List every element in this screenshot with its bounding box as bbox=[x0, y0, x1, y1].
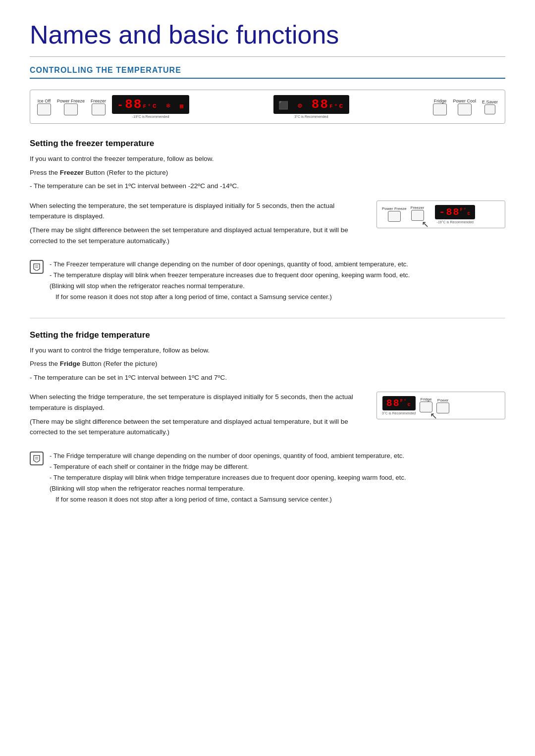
fridge-display-mini-col: 88F°c 3°C is Recommended bbox=[382, 396, 416, 415]
cursor-icon: ↖ bbox=[422, 219, 429, 230]
freezer-temp-detail: When selecting the temperature, the set … bbox=[30, 201, 505, 249]
freezer-when-text-group: When selecting the temperature, the set … bbox=[30, 201, 362, 249]
ice-off-button bbox=[37, 103, 51, 115]
mini-power-freeze-col: Power Freeze bbox=[382, 206, 407, 222]
fridge-display: ⬛ ⊙ 88F °c bbox=[273, 95, 349, 114]
section-divider bbox=[30, 318, 505, 318]
fridge-note-line-5: If for some reason it does not stop afte… bbox=[50, 494, 332, 505]
fridge-mini-panel-image: 88F°c 3°C is Recommended Fridge ↖ Power bbox=[376, 392, 505, 440]
mini-fridge-label: Fridge bbox=[421, 397, 432, 402]
freezer-intro: If you want to control the freezer tempe… bbox=[30, 153, 505, 164]
freezer-mini-panel: Power Freeze Freezer ↖ -88F°c -19°C is R… bbox=[376, 201, 505, 228]
fridge-button bbox=[433, 103, 447, 115]
fridge-label: Fridge bbox=[434, 99, 447, 103]
fridge-rec-text: 3°C is Recommended bbox=[294, 115, 328, 118]
mini-freezer-col: Freezer ↖ bbox=[411, 205, 425, 223]
fridge-mini-display: 88F°c bbox=[382, 396, 416, 410]
power-cool-group: Power Cool bbox=[453, 99, 476, 115]
freezer-label: Freezer bbox=[91, 99, 106, 103]
fridge-note-line-2: - Temperature of each shelf or container… bbox=[50, 463, 249, 470]
e-saver-button bbox=[484, 104, 495, 114]
freezer-note-content: - The Freezer temperature will change de… bbox=[50, 259, 410, 302]
mini-display-col: -88F°c -19°C is Recommended bbox=[435, 205, 475, 224]
note-icon bbox=[30, 260, 44, 274]
mini-power-col: Power bbox=[436, 398, 449, 413]
fridge-intro: If you want to control the fridge temper… bbox=[30, 345, 505, 356]
freezer-press: Press the Freezer Button (Refer to the p… bbox=[30, 167, 505, 178]
fridge-note-line-4: (Blinking will stop when the refrigerato… bbox=[50, 485, 245, 492]
mini-freezer-display: -88F°c bbox=[435, 205, 475, 219]
mini-power-freeze-btn bbox=[388, 211, 401, 222]
freezer-display-group: -88F °c ❄ ▦ -19°C is Recommended bbox=[112, 95, 189, 118]
fridge-paren: (There may be slight difference between … bbox=[30, 416, 362, 438]
freezer-mini-panel-image: Power Freeze Freezer ↖ -88F°c -19°C is R… bbox=[376, 201, 505, 249]
power-cool-button bbox=[458, 103, 472, 115]
freezer-paren: (There may be slight difference between … bbox=[30, 225, 362, 246]
fridge-mini-panel: 88F°c 3°C is Recommended Fridge ↖ Power bbox=[376, 392, 505, 419]
fridge-note-icon bbox=[30, 452, 44, 465]
freezer-note-line-2: - The temperature display will blink whe… bbox=[50, 271, 410, 279]
freezer-section-title: Setting the freezer temperature bbox=[30, 139, 505, 149]
mini-power-label: Power bbox=[437, 398, 449, 403]
section-title: CONTROLLING THE TEMPERATURE bbox=[30, 66, 505, 79]
freezer-button bbox=[92, 103, 106, 115]
mini-freezer-btn-cursor: ↖ bbox=[411, 210, 424, 223]
fridge-cursor-icon: ↖ bbox=[430, 410, 437, 421]
mini-power-freeze-label: Power Freeze bbox=[382, 206, 407, 211]
ice-off-label: Ice Off bbox=[38, 99, 51, 103]
fridge-display-group: ⬛ ⊙ 88F °c 3°C is Recommended bbox=[273, 95, 349, 118]
power-cool-label: Power Cool bbox=[453, 99, 476, 103]
e-saver-group: E.Saver bbox=[482, 100, 498, 114]
power-freeze-button bbox=[64, 103, 78, 115]
mini-rec-text: -19°C is Recommended bbox=[437, 220, 474, 224]
fridge-group: Fridge bbox=[433, 99, 447, 115]
freezer-rec-text: -19°C is Recommended bbox=[132, 115, 169, 118]
freezer-note-line-3: (Blinking will stop when the refrigerato… bbox=[50, 282, 245, 290]
fridge-note-content: - The Fridge temperature will change dep… bbox=[50, 451, 406, 505]
fridge-mini-rec-text: 3°C is Recommended bbox=[382, 411, 416, 415]
fridge-range: - The temperature can be set in 1ºC inte… bbox=[30, 372, 505, 383]
freezer-note-line-4: If for some reason it does not stop afte… bbox=[50, 292, 332, 302]
fridge-note-line-1: - The Fridge temperature will change dep… bbox=[50, 452, 404, 459]
freezer-group: Freezer bbox=[91, 99, 106, 115]
freezer-range: - The temperature can be set in 1ºC inte… bbox=[30, 181, 505, 192]
freezer-note-line-1: - The Freezer temperature will change de… bbox=[50, 260, 408, 268]
ice-off-group: Ice Off bbox=[37, 99, 51, 115]
mini-power-btn bbox=[436, 403, 449, 413]
freezer-when: When selecting the temperature, the set … bbox=[30, 201, 362, 222]
fridge-section: Setting the fridge temperature If you wa… bbox=[30, 330, 505, 505]
fridge-when-text-group: When selecting the fridge temperature, t… bbox=[30, 392, 362, 440]
mini-fridge-col: Fridge ↖ bbox=[420, 397, 432, 414]
mini-freezer-label-sm: Freezer bbox=[411, 205, 425, 210]
fridge-temp-detail: When selecting the fridge temperature, t… bbox=[30, 392, 505, 440]
fridge-button-name: Fridge bbox=[60, 360, 80, 367]
fridge-section-title: Setting the fridge temperature bbox=[30, 330, 505, 340]
freezer-note-box: - The Freezer temperature will change de… bbox=[30, 259, 505, 302]
e-saver-label: E.Saver bbox=[482, 100, 498, 104]
freezer-button-name: Freezer bbox=[60, 169, 84, 176]
fridge-press: Press the Fridge Button (Refer the pictu… bbox=[30, 358, 505, 369]
fridge-when: When selecting the fridge temperature, t… bbox=[30, 392, 362, 413]
fridge-note-line-3: - The temperature display will blink whe… bbox=[50, 474, 406, 481]
power-freeze-group: Power Freeze bbox=[57, 99, 85, 115]
control-panel: Ice Off Power Freeze Freezer -88F °c ❄ ▦… bbox=[30, 90, 505, 124]
mini-fridge-btn-cursor: ↖ bbox=[420, 402, 432, 414]
page-title: Names and basic functions bbox=[30, 20, 505, 57]
fridge-note-box: - The Fridge temperature will change dep… bbox=[30, 451, 505, 505]
freezer-section: Setting the freezer temperature If you w… bbox=[30, 139, 505, 303]
power-freeze-label: Power Freeze bbox=[57, 99, 85, 103]
freezer-display: -88F °c ❄ ▦ bbox=[112, 95, 189, 114]
